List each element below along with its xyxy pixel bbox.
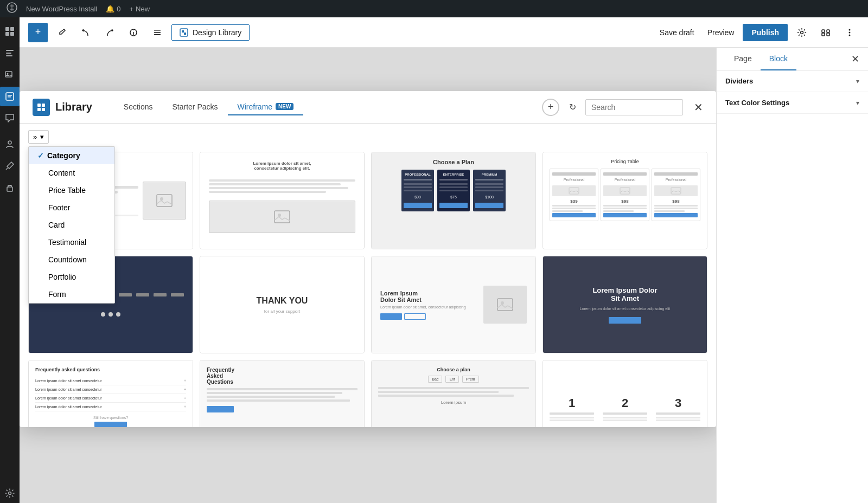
category-item-testimonial[interactable]: Testimonial — [29, 234, 114, 251]
svg-rect-37 — [42, 104, 45, 107]
svg-rect-30 — [827, 30, 829, 33]
sidebar-item-posts[interactable] — [0, 43, 20, 63]
site-name[interactable]: New WordPress Install — [26, 5, 97, 13]
sidebar-item-settings[interactable] — [0, 483, 20, 503]
svg-rect-15 — [7, 187, 12, 191]
list-view-button[interactable] — [148, 23, 167, 42]
editor-topbar: + Design Library Save draft Preview Publ… — [20, 17, 868, 48]
svg-rect-38 — [37, 108, 41, 111]
sidebar-item-users[interactable] — [0, 134, 20, 154]
tab-starter-packs[interactable]: Starter Packs — [163, 99, 228, 115]
dividers-chevron[interactable]: ▾ — [856, 78, 859, 85]
image-placeholder-2-icon — [209, 201, 355, 233]
check-icon: ✓ — [37, 151, 44, 160]
svg-rect-42 — [275, 211, 290, 223]
svg-point-35 — [849, 34, 851, 36]
svg-rect-22 — [154, 30, 161, 31]
svg-line-14 — [6, 168, 8, 170]
info-button[interactable] — [124, 23, 143, 42]
svg-rect-36 — [37, 104, 41, 107]
panel-section-text-color: Text Color Settings ▾ — [717, 92, 868, 114]
svg-point-21 — [133, 30, 134, 31]
panel-section-dividers: Dividers ▾ — [717, 70, 868, 92]
svg-rect-46 — [671, 188, 681, 194]
redo-button[interactable] — [100, 23, 119, 42]
wp-logo-icon[interactable] — [7, 2, 17, 16]
grid-item-9[interactable]: Frequently asked questions Lorem ipsum d… — [28, 360, 193, 427]
modal-header: Library Sections Starter Packs Wireframe… — [20, 91, 716, 124]
text-color-chevron[interactable]: ▾ — [856, 99, 859, 107]
svg-point-13 — [8, 141, 11, 144]
grid-item-4[interactable]: Pricing Table Professional $39 — [542, 152, 707, 249]
category-item-price-table[interactable]: Price Table — [29, 182, 114, 199]
save-draft-button[interactable]: Save draft — [655, 25, 699, 40]
tab-sections[interactable]: Sections — [114, 99, 163, 115]
wireframe-grid: Lorem ipsum dolor sit amet Lorem ipsum d… — [28, 152, 707, 427]
grid-item-11[interactable]: Choose a plan Bac Ent Prem — [371, 360, 536, 427]
sidebar-item-dashboard[interactable] — [0, 22, 20, 41]
category-item-card[interactable]: Card — [29, 216, 114, 234]
svg-rect-8 — [5, 72, 12, 77]
add-block-button[interactable]: + — [28, 23, 48, 42]
grid-item-10[interactable]: FrequentlyAskedQuestions — [200, 360, 365, 427]
tab-wireframe[interactable]: Wireframe NEW — [228, 99, 304, 115]
right-panel-tabs: Page Block ✕ — [717, 48, 868, 70]
svg-rect-11 — [8, 95, 12, 96]
svg-rect-39 — [42, 108, 45, 111]
sidebar-item-tools[interactable] — [0, 156, 20, 176]
category-item-footer[interactable]: Footer — [29, 199, 114, 216]
svg-rect-29 — [822, 30, 825, 33]
category-item-countdown[interactable]: Countdown — [29, 251, 114, 268]
tab-page[interactable]: Page — [725, 48, 761, 70]
category-item-portfolio[interactable]: Portfolio — [29, 268, 114, 286]
modal-title: Library — [55, 101, 92, 113]
search-input[interactable] — [585, 99, 683, 115]
refresh-button[interactable]: ↻ — [564, 99, 581, 116]
publish-button[interactable]: Publish — [743, 24, 788, 41]
sidebar-item-comments[interactable] — [0, 108, 20, 128]
tools-button[interactable] — [52, 23, 72, 42]
grid-item-12[interactable]: 1 2 — [542, 360, 707, 427]
sidebar-item-editor[interactable] — [0, 87, 20, 106]
image-placeholder-icon — [143, 182, 186, 220]
svg-rect-26 — [182, 30, 184, 33]
category-dropdown-wrapper: » ▾ ✓ Category Content — [28, 130, 49, 144]
editor-canvas: Library Sections Starter Packs Wireframe… — [20, 48, 716, 503]
category-toggle-button[interactable]: » ▾ — [28, 130, 49, 144]
svg-rect-27 — [184, 33, 186, 35]
svg-rect-32 — [827, 33, 829, 36]
library-modal-icon — [33, 99, 50, 116]
svg-point-43 — [278, 214, 281, 217]
category-item-category[interactable]: ✓ Category — [29, 147, 114, 164]
svg-point-41 — [160, 197, 163, 201]
modal-tabs: Sections Starter Packs Wireframe NEW — [114, 99, 542, 115]
grid-item-8[interactable]: Lorem Ipsum DolorSit Amet Lorem ipsum do… — [542, 256, 707, 353]
grid-item-3[interactable]: Choose a Plan PROFESSIONAL $99 — [371, 152, 536, 249]
admin-bar: New WordPress Install 🔔 0 + New — [0, 0, 868, 17]
block-tools-button[interactable] — [816, 23, 835, 42]
right-panel: Page Block ✕ Dividers ▾ Text Color Setti… — [716, 48, 868, 503]
modal-close-button[interactable]: ✕ — [694, 102, 703, 113]
svg-rect-5 — [6, 50, 14, 51]
modal-body: » ▾ ✓ Category Content — [20, 124, 716, 427]
category-item-form[interactable]: Form — [29, 286, 114, 303]
grid-item-7[interactable]: Lorem IpsumDolor Sit Amet Lorem ipsum do… — [371, 256, 536, 353]
settings-gear-button[interactable] — [792, 23, 812, 42]
close-panel-button[interactable]: ✕ — [851, 48, 859, 70]
design-library-button[interactable]: Design Library — [171, 24, 250, 41]
sidebar-item-media[interactable] — [0, 65, 20, 85]
tab-block[interactable]: Block — [761, 48, 796, 70]
new-badge: NEW — [276, 103, 293, 110]
category-item-content[interactable]: Content — [29, 164, 114, 182]
more-options-button[interactable] — [840, 23, 859, 42]
undo-button[interactable] — [76, 23, 95, 42]
svg-point-34 — [849, 31, 851, 33]
sidebar-item-plugins[interactable] — [0, 178, 20, 197]
notifications[interactable]: 🔔 0 — [106, 5, 120, 13]
grid-item-6[interactable]: THANK YOU for all your support — [200, 256, 365, 353]
add-circle-button[interactable]: + — [542, 99, 559, 116]
new-post[interactable]: + New — [129, 5, 150, 13]
grid-item-2[interactable]: Lorem ipsum dolor sit amet,consectetur a… — [200, 152, 365, 249]
hero-image-placeholder-icon — [483, 286, 527, 324]
preview-button[interactable]: Preview — [703, 25, 739, 40]
